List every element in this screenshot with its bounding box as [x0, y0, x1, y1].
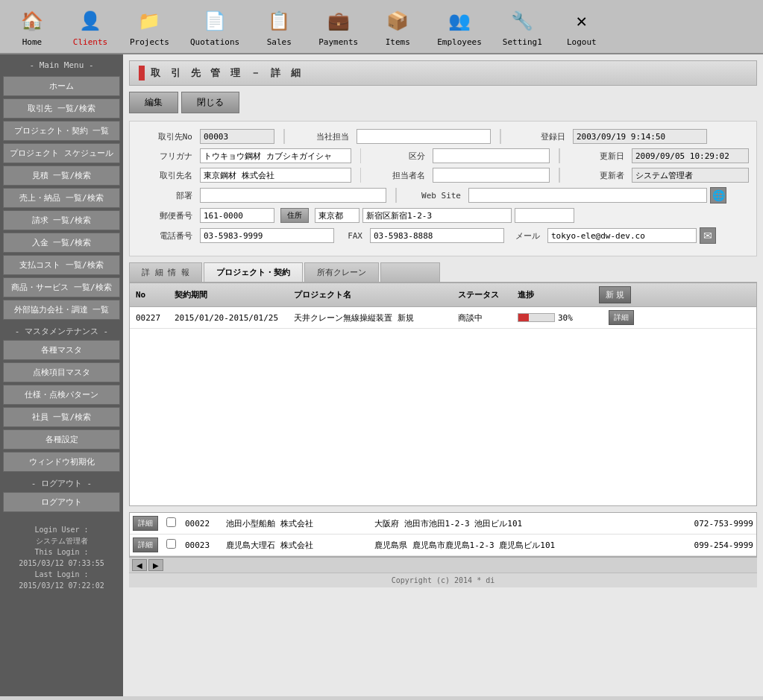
torihikisakimei-input[interactable] [200, 168, 351, 183]
room-input[interactable] [515, 208, 574, 223]
sidebar-logout-title: - ログアウト - [3, 478, 120, 489]
jusho-search-btn[interactable]: 住所 [280, 208, 309, 223]
nav-sales-label: Sales [267, 37, 292, 47]
scroll-prev-btn[interactable]: ◀ [132, 559, 147, 571]
tantoshameimei-label: 担当者名 [370, 170, 430, 181]
project-detail-button[interactable]: 詳細 [609, 310, 634, 325]
tab-4[interactable] [380, 262, 440, 282]
globe-button[interactable]: 🌐 [710, 187, 726, 204]
fax-input[interactable] [370, 228, 504, 243]
main-layout: - Main Menu - ホーム 取引先 一覧/検索 プロジェクト・契約 一覧… [0, 54, 763, 696]
koushinbi-input[interactable] [632, 148, 749, 163]
col-header-period: 契約期間 [175, 289, 294, 300]
sidebar-inspection-items-btn[interactable]: 点検項目マスタ [3, 362, 120, 382]
project-row: 00227 2015/01/20-2015/01/25 天井クレーン無線操縦装置… [130, 307, 756, 329]
scroll-navigation: ◀ ▶ [129, 557, 757, 573]
nav-payments[interactable]: 💼 Payments [311, 3, 365, 50]
nav-home[interactable]: 🏠 Home [6, 3, 58, 50]
addr-input[interactable] [362, 208, 512, 223]
list-item-2-checkbox[interactable] [166, 539, 176, 549]
sidebar-home-btn[interactable]: ホーム [3, 76, 120, 96]
sidebar-payment-cost-btn[interactable]: 支払コスト 一覧/検索 [3, 255, 120, 275]
tab-detail[interactable]: 詳 細 情 報 [129, 262, 202, 282]
sidebar-logout-btn[interactable]: ログアウト [3, 492, 120, 512]
sidebar-sales-delivery-btn[interactable]: 売上・納品 一覧/検索 [3, 188, 120, 208]
sales-icon: 📋 [264, 6, 294, 36]
content-area: 取 引 先 管 理 － 詳 細 編集 閉じる 取引先No 当社担当 登録日 フリ… [123, 54, 763, 696]
nav-sales[interactable]: 📋 Sales [253, 3, 305, 50]
nav-quotations[interactable]: 📄 Quotations [183, 3, 247, 50]
quotations-icon: 📄 [200, 6, 230, 36]
tantoshameimei-input[interactable] [433, 168, 550, 183]
list-item-2-name: 鹿児島大理石 株式会社 [226, 540, 374, 551]
nav-logout[interactable]: ✕ Logout [556, 3, 608, 50]
sidebar-employees-search-btn[interactable]: 社員 一覧/検索 [3, 407, 120, 427]
koushinsha-label: 更新者 [569, 170, 629, 181]
yuubinbangou-label: 郵便番号 [137, 210, 197, 221]
tab-project-contract[interactable]: プロジェクト・契約 [204, 262, 303, 282]
payments-icon: 💼 [324, 6, 354, 36]
list-item-1-phone: 072-753-9999 [671, 519, 753, 529]
pref-input[interactable] [315, 208, 359, 223]
nav-employees-label: Employees [437, 37, 482, 47]
sidebar-payment-btn[interactable]: 入金 一覧/検索 [3, 233, 120, 253]
list-item-1-name: 池田小型船舶 株式会社 [226, 518, 374, 529]
tourokuhi-input[interactable] [573, 129, 707, 144]
sidebar-settings-btn[interactable]: 各種設定 [3, 429, 120, 450]
sidebar-estimate-btn[interactable]: 見積 一覧/検索 [3, 165, 120, 186]
list-item-2-phone: 099-254-9999 [671, 540, 753, 550]
list-item-1-detail-btn[interactable]: 詳細 [133, 516, 158, 531]
sidebar-invoice-btn[interactable]: 請求 一覧/検索 [3, 210, 120, 230]
denwabangou-input[interactable] [200, 228, 334, 243]
this-login-label: This Login : [3, 546, 120, 558]
toshatanto-input[interactable] [357, 129, 491, 144]
scroll-next-btn[interactable]: ▶ [148, 559, 163, 571]
divider2 [500, 129, 501, 144]
close-button[interactable]: 閉じる [181, 92, 239, 113]
nav-items[interactable]: 📦 Items [371, 3, 424, 50]
edit-button[interactable]: 編集 [129, 92, 178, 113]
home-icon: 🏠 [17, 6, 47, 36]
tab-crane[interactable]: 所有クレーン [304, 262, 379, 282]
sidebar-inspection-pattern-btn[interactable]: 仕様・点検パターン [3, 385, 120, 405]
kubun-input[interactable] [433, 148, 550, 163]
nav-home-label: Home [22, 37, 43, 47]
form-row-5: 郵便番号 住所 [137, 208, 749, 223]
torihikisaki-no-input[interactable] [200, 129, 274, 144]
sidebar-clients-btn[interactable]: 取引先 一覧/検索 [3, 98, 120, 119]
new-project-button[interactable]: 新 規 [599, 286, 631, 303]
nav-clients[interactable]: 👤 Clients [64, 3, 116, 50]
koushinsha-input[interactable] [632, 168, 749, 183]
yuubinbangou-input[interactable] [200, 208, 274, 223]
nav-setting1[interactable]: 🔧 Setting1 [495, 3, 550, 50]
koushinbi-label: 更新日 [569, 151, 629, 162]
list-item-2-detail-btn[interactable]: 詳細 [133, 537, 158, 552]
nav-projects[interactable]: 📁 Projects [122, 3, 177, 50]
project-status: 商談中 [458, 312, 518, 324]
sidebar-products-btn[interactable]: 商品・サービス 一覧/検索 [3, 277, 120, 297]
sidebar-window-init-btn[interactable]: ウィンドウ初期化 [3, 452, 120, 472]
nav-setting1-label: Setting1 [503, 37, 542, 47]
form-row-4: 部署 Web Site 🌐 [137, 187, 749, 204]
header-marker [139, 66, 145, 81]
bumon-input[interactable] [200, 188, 386, 203]
list-item-2-check [166, 539, 185, 551]
website-input[interactable] [468, 188, 707, 203]
furigana-input[interactable] [200, 148, 351, 163]
list-item-1-id: 00022 [185, 519, 226, 529]
mail-button[interactable]: ✉ [700, 227, 716, 244]
progress-label: 30% [558, 313, 573, 323]
project-table-header: No 契約期間 プロジェクト名 ステータス 進捗 新 規 [130, 283, 756, 307]
sidebar-masters-btn[interactable]: 各種マスタ [3, 340, 120, 360]
tourokuhi-label: 登録日 [510, 131, 570, 142]
sidebar-projects-btn[interactable]: プロジェクト・契約 一覧 [3, 121, 120, 141]
mail-input[interactable] [547, 228, 697, 243]
nav-employees[interactable]: 👥 Employees [430, 3, 489, 50]
top-navigation: 🏠 Home 👤 Clients 📁 Projects 📄 Quotations… [0, 0, 763, 54]
sidebar-project-schedule-btn[interactable]: プロジェクト スケジュール [3, 143, 120, 163]
list-item-1-checkbox[interactable] [166, 517, 176, 527]
sidebar-maintenance-title: - マスタメンテナンス - [3, 326, 120, 337]
project-action: 詳細 [592, 310, 637, 325]
sidebar-partners-btn[interactable]: 外部協力会社・調達 一覧 [3, 300, 120, 320]
last-login-value: 2015/03/12 07:22:02 [3, 580, 120, 591]
